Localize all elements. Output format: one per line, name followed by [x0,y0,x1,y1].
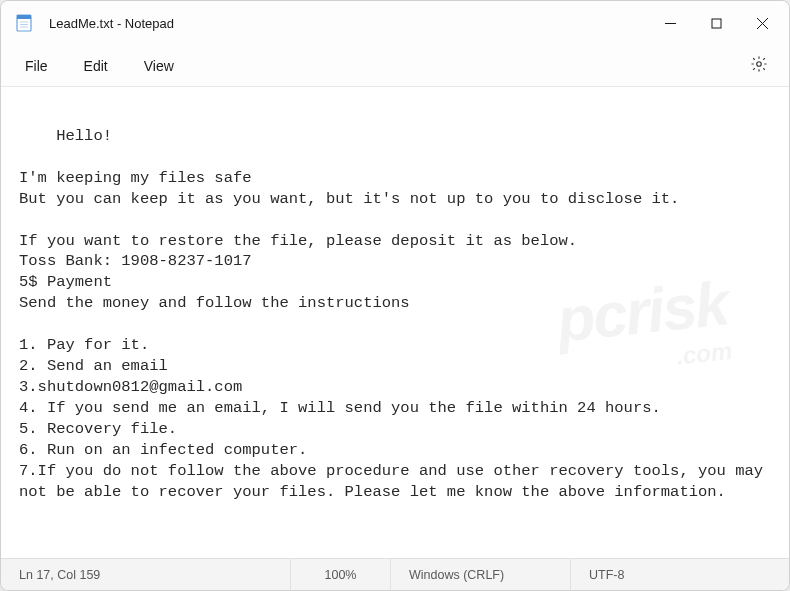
menu-view[interactable]: View [126,50,192,82]
status-line-ending: Windows (CRLF) [391,559,571,590]
window-controls [647,1,785,45]
menu-edit[interactable]: Edit [66,50,126,82]
svg-point-9 [757,61,762,66]
status-cursor-position: Ln 17, Col 159 [1,559,291,590]
menubar: File Edit View [1,45,789,87]
maximize-button[interactable] [693,1,739,45]
svg-rect-6 [712,19,721,28]
notepad-window: LeadMe.txt - Notepad File Edit View [0,0,790,591]
statusbar: Ln 17, Col 159 100% Windows (CRLF) UTF-8 [1,558,789,590]
settings-button[interactable] [739,46,779,86]
gear-icon [750,55,768,77]
status-encoding: UTF-8 [571,559,789,590]
menu-file[interactable]: File [7,50,66,82]
minimize-button[interactable] [647,1,693,45]
window-title: LeadMe.txt - Notepad [49,16,647,31]
titlebar: LeadMe.txt - Notepad [1,1,789,45]
svg-rect-1 [17,15,31,19]
document-content: Hello! I'm keeping my files safe But you… [19,127,772,501]
status-zoom[interactable]: 100% [291,559,391,590]
close-button[interactable] [739,1,785,45]
text-editor[interactable]: Hello! I'm keeping my files safe But you… [1,87,789,558]
notepad-icon [15,14,33,32]
watermark: pcrisk.com [553,261,734,384]
